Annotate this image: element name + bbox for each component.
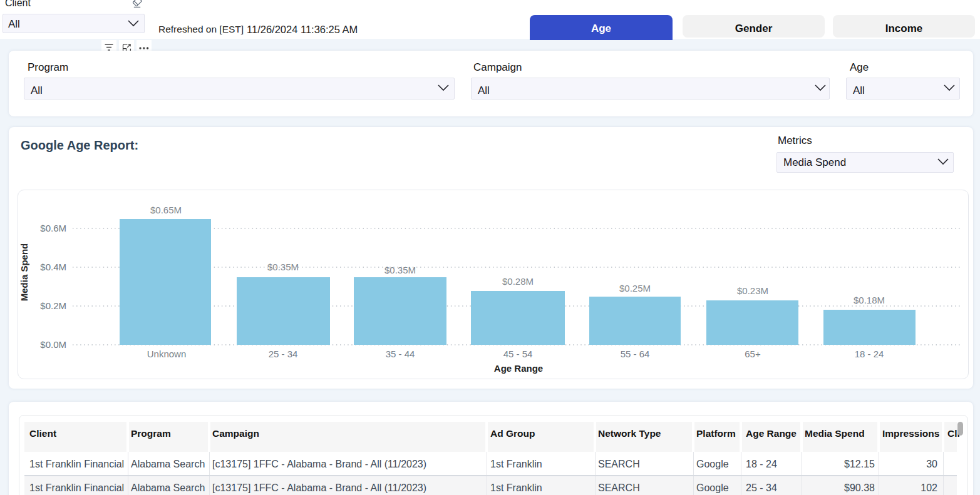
svg-text:$0.23M: $0.23M [737,285,768,296]
svg-text:$0.4M: $0.4M [40,262,66,272]
svg-text:$0.35M: $0.35M [267,262,299,272]
svg-text:Age Range: Age Range [494,363,543,374]
svg-text:55 - 64: 55 - 64 [621,349,650,359]
svg-text:$0.35M: $0.35M [384,265,416,275]
svg-text:$0.0M: $0.0M [40,339,66,350]
svg-text:$0.25M: $0.25M [619,283,651,293]
svg-text:Unknown: Unknown [147,349,187,359]
svg-text:$0.18M: $0.18M [854,295,885,305]
svg-text:45 - 54: 45 - 54 [503,349,533,359]
svg-text:$0.65M: $0.65M [150,205,182,215]
svg-text:$0.28M: $0.28M [502,276,534,287]
svg-text:$0.2M: $0.2M [40,300,66,311]
svg-text:18 - 24: 18 - 24 [855,349,884,359]
svg-text:25 - 34: 25 - 34 [269,349,298,359]
svg-text:65+: 65+ [745,349,761,359]
svg-text:35 - 44: 35 - 44 [386,349,415,359]
svg-text:$0.6M: $0.6M [40,223,66,233]
svg-text:Media Spend: Media Spend [19,243,29,302]
